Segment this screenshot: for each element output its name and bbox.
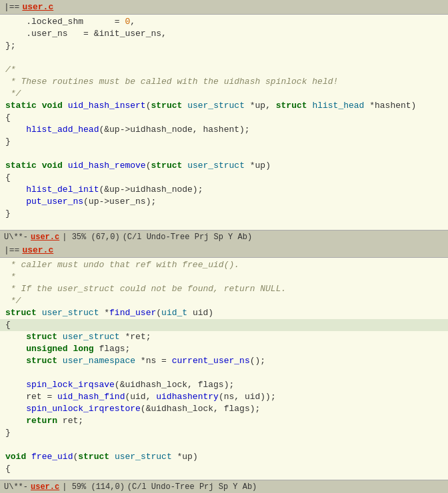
status-filename-top: user.c	[31, 233, 59, 242]
pane-bottom: |== user.c * caller must undo that ref w…	[0, 243, 448, 493]
status-mode-top: U\**-	[4, 233, 28, 242]
code-line	[0, 148, 448, 160]
code-line: /*	[0, 64, 448, 76]
code-line-cursor: {	[0, 319, 448, 331]
pane-top: |== user.c .locked_shm = 0, .user_ns = &…	[0, 0, 448, 243]
tab-marker-top: |==	[4, 2, 19, 12]
status-bar-bottom: U\**- user.c | 59% (114,0) (C/l Undo-Tre…	[0, 480, 448, 493]
code-line: hlist_add_head(&up->uidhash_node, hashen…	[0, 124, 448, 136]
code-line: void free_uid(struct user_struct *up)	[0, 451, 448, 463]
code-line: }	[0, 208, 448, 220]
tab-bar-top[interactable]: |== user.c	[0, 0, 448, 15]
code-area-top[interactable]: .locked_shm = 0, .user_ns = &init_user_n…	[0, 15, 448, 230]
code-line: spin_unlock_irqrestore(&uidhash_lock, fl…	[0, 403, 448, 415]
code-line: */	[0, 295, 448, 307]
code-line: static void uid_hash_insert(struct user_…	[0, 100, 448, 112]
code-line: struct user_struct *find_user(uid_t uid)	[0, 307, 448, 319]
code-line: * If the user_struct could not be found,…	[0, 283, 448, 295]
status-extra-bottom: (C/l Undo-Tree Prj Sp Y Ab)	[127, 482, 257, 492]
code-line: };	[0, 40, 448, 52]
code-line: put_user_ns(up->user_ns);	[0, 196, 448, 208]
status-pos-bottom: | 59% (114,0)	[62, 482, 125, 492]
tab-filename-top[interactable]: user.c	[22, 2, 53, 12]
tab-marker-bottom: |==	[4, 245, 19, 255]
code-line: }	[0, 136, 448, 148]
code-line	[0, 52, 448, 64]
code-line: static void uid_hash_remove(struct user_…	[0, 160, 448, 172]
code-line: return ret;	[0, 415, 448, 427]
code-line: *	[0, 271, 448, 283]
status-mode-bottom: U\**-	[4, 482, 28, 492]
code-line: ret = uid_hash_find(uid, uidhashentry(ns…	[0, 391, 448, 403]
code-line	[0, 367, 448, 379]
code-line: {	[0, 112, 448, 124]
code-line	[0, 439, 448, 451]
code-line: {	[0, 172, 448, 184]
code-line: {	[0, 463, 448, 475]
status-bar-top: U\**- user.c | 35% (67,0) (C/l Undo-Tree…	[0, 230, 448, 243]
tab-bar-bottom[interactable]: |== user.c	[0, 243, 448, 258]
code-line: hlist_del_init(&up->uidhash_node);	[0, 184, 448, 196]
code-line: struct user_struct *ret;	[0, 331, 448, 343]
status-extra-top: (C/l Undo-Tree Prj Sp Y Ab)	[123, 233, 252, 242]
tab-filename-bottom[interactable]: user.c	[22, 245, 53, 255]
editor-container: |== user.c .locked_shm = 0, .user_ns = &…	[0, 0, 448, 493]
code-line: .user_ns = &init_user_ns,	[0, 28, 448, 40]
code-line: */	[0, 88, 448, 100]
code-line: struct user_namespace *ns = current_user…	[0, 355, 448, 367]
code-line: .locked_shm = 0,	[0, 16, 448, 28]
status-filename-bottom: user.c	[31, 482, 59, 492]
code-line: * caller must undo that ref with free_ui…	[0, 259, 448, 271]
code-line: spin_lock_irqsave(&uidhash_lock, flags);	[0, 379, 448, 391]
code-line: unsigned long flags;	[0, 343, 448, 355]
status-pos-top: | 35% (67,0)	[62, 233, 119, 242]
code-line: }	[0, 427, 448, 439]
code-area-bottom[interactable]: * caller must undo that ref with free_ui…	[0, 258, 448, 480]
code-line: * These routines must be called with the…	[0, 76, 448, 88]
